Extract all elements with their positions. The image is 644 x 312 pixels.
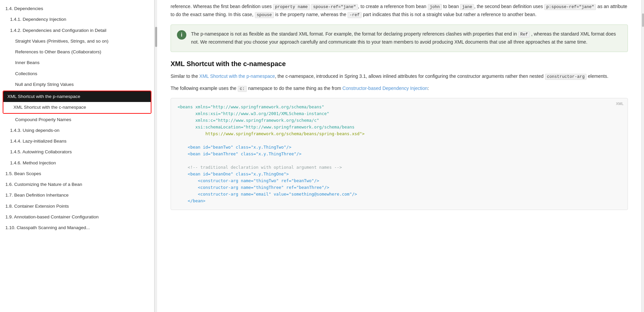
- main-scrollbar[interactable]: [641, 0, 644, 312]
- sidebar-item-xml-c[interactable]: XML Shortcut with the c-namespace: [3, 102, 151, 113]
- sidebar-item-method-inj[interactable]: 1.4.6. Method Injection: [0, 158, 154, 168]
- sidebar-item-straight-vals[interactable]: Straight Values (Primitives, Strings, an…: [0, 36, 154, 47]
- note-box: i The p-namespace is not as flexible as …: [171, 24, 628, 52]
- sidebar-item-null-empty[interactable]: Null and Empty String Values: [0, 79, 154, 90]
- code-john: john: [428, 4, 442, 10]
- code-spouse-ref: spouse-ref="jane": [311, 4, 358, 10]
- section-title: XML Shortcut with the c-namespace: [171, 60, 628, 68]
- sidebar-item-scopes[interactable]: 1.5. Bean Scopes: [0, 168, 154, 179]
- sidebar-item-inner-beans[interactable]: Inner Beans: [0, 57, 154, 68]
- sidebar-item-inheritance[interactable]: 1.7. Bean Definition Inheritance: [0, 190, 154, 201]
- sidebar-item-refs-other[interactable]: References to Other Beans (Collaborators…: [0, 47, 154, 57]
- sidebar-item-xml-p[interactable]: XML Shortcut with the p-namespace: [3, 91, 151, 102]
- code-block: XML <beans xmlns="http://www.springframe…: [171, 98, 628, 210]
- sidebar-item-depends-on[interactable]: 1.4.3. Using depends-on: [0, 125, 154, 136]
- sidebar-item-customize[interactable]: 1.6. Customizing the Nature of a Bean: [0, 179, 154, 190]
- sidebar-item-dep-config[interactable]: 1.4.2. Dependencies and Configuration in…: [0, 25, 154, 36]
- code-content: <beans xmlns="http://www.springframework…: [178, 104, 621, 204]
- link-constructor-di[interactable]: Constructor-based Dependency Injection: [342, 86, 428, 91]
- sidebar-item-classpath[interactable]: 1.10. Classpath Scanning and Managed...: [0, 222, 154, 233]
- section-para2: The following example uses the c: namesp…: [171, 85, 628, 93]
- sidebar-item-dep-inj[interactable]: 1.4.1. Dependency Injection: [0, 14, 154, 25]
- lang-tag: XML: [616, 101, 624, 107]
- code-c-ns: c:: [238, 86, 247, 92]
- sidebar-item-compound[interactable]: Compound Property Names: [0, 114, 154, 125]
- code-spouse: spouse: [255, 12, 274, 18]
- sidebar-item-collections[interactable]: Collections: [0, 68, 154, 79]
- code-constructor-arg: constructor-arg: [545, 74, 587, 80]
- sidebar-item-autowiring[interactable]: 1.4.5. Autowiring Collaborators: [0, 147, 154, 157]
- sidebar-item-annotation[interactable]: 1.9. Annotation-based Container Configur…: [0, 212, 154, 222]
- sidebar-item-container-ext[interactable]: 1.8. Container Extension Points: [0, 201, 154, 212]
- link-p-namespace[interactable]: XML Shortcut with the p-namespace: [199, 73, 275, 79]
- sidebar-scrollbar[interactable]: [154, 0, 157, 312]
- code-property-name-spouse: property name: [273, 4, 310, 10]
- code-ref-note: Ref: [518, 32, 530, 38]
- intro-paragraph: reference. Whereas the first bean defini…: [171, 3, 628, 19]
- note-text: The p-namespace is not as flexible as th…: [191, 31, 616, 45]
- sidebar-item-lazy[interactable]: 1.4.4. Lazy-initialized Beans: [0, 136, 154, 147]
- sidebar-item-dep[interactable]: 1.4. Dependencies: [0, 3, 154, 14]
- code-jane-1: jane: [460, 4, 474, 10]
- sidebar: 1.4. Dependencies 1.4.1. Dependency Inje…: [0, 0, 154, 312]
- main-content: reference. Whereas the first bean defini…: [157, 0, 641, 312]
- code-ref: -ref: [348, 12, 362, 18]
- info-icon: i: [177, 30, 186, 40]
- section-intro: Similar to the XML Shortcut with the p-n…: [171, 72, 628, 81]
- code-p-spouse-ref: p:spouse-ref="jane": [544, 4, 596, 10]
- sidebar-selected-group: XML Shortcut with the p-namespace XML Sh…: [3, 91, 151, 114]
